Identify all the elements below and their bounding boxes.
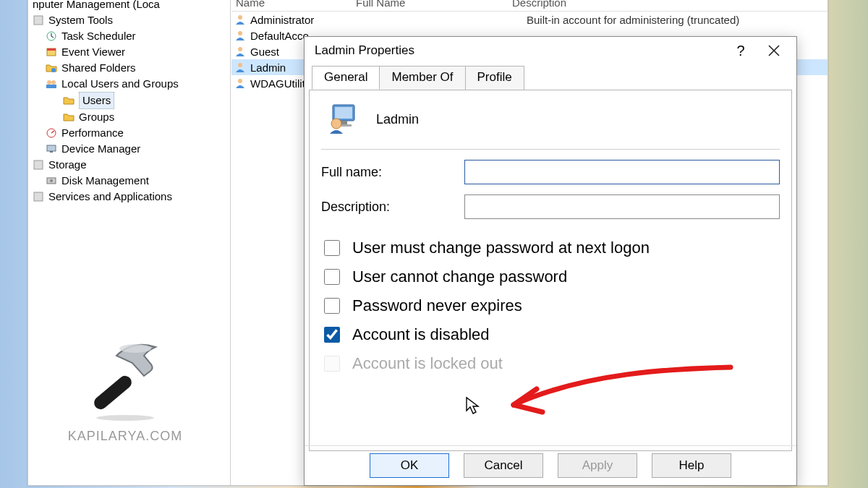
checkbox-never-expires[interactable]: Password never expires: [321, 296, 780, 316]
tree-item-label: Shared Folders: [61, 60, 136, 76]
svg-point-18: [238, 63, 242, 67]
dialog-username: Ladmin: [376, 112, 419, 127]
col-fullname[interactable]: Full Name: [352, 0, 508, 9]
svg-point-16: [238, 31, 242, 35]
device-icon: [46, 143, 57, 155]
dialog-tabs: General Member Of Profile: [305, 64, 796, 90]
col-name[interactable]: Name: [231, 0, 352, 9]
tree-item-label: Disk Management: [61, 173, 149, 189]
tree-item-label: Services and Applications: [48, 189, 172, 205]
svg-point-6: [51, 80, 56, 85]
tree-item-label: Groups: [79, 109, 114, 125]
folder-icon: [63, 95, 75, 106]
tree-item-system-tools[interactable]: System Tools: [33, 12, 230, 28]
user-icon: [234, 61, 246, 73]
checkbox-account-locked: Account is locked out: [321, 354, 780, 374]
svg-point-17: [238, 47, 242, 51]
tree-item-label: Task Scheduler: [61, 28, 136, 44]
column-headers[interactable]: Name Full Name Description: [231, 0, 827, 12]
disk-icon: [46, 175, 57, 187]
tree-item-services-and-applications[interactable]: Services and Applications: [33, 189, 230, 205]
clock-icon: [46, 30, 57, 42]
dialog-button-row: OK Cancel Apply Help: [305, 445, 796, 482]
checkbox-cannot-change[interactable]: User cannot change password: [321, 267, 780, 287]
users-group-icon: [46, 78, 57, 90]
tree-item-label: Storage: [48, 157, 87, 173]
fullname-label: Full name:: [321, 165, 464, 180]
tree-item-performance[interactable]: Performance: [33, 125, 230, 141]
tab-member-of[interactable]: Member Of: [379, 66, 465, 90]
apply-button[interactable]: Apply: [558, 453, 637, 478]
svg-rect-21: [335, 107, 352, 119]
checkbox-account-locked-input: [324, 356, 340, 372]
wrench-icon: [33, 14, 44, 26]
services-icon: [33, 191, 44, 202]
watermark: KAPILARYA.COM: [53, 334, 197, 444]
user-icon: [234, 46, 246, 57]
tree-item-label: System Tools: [48, 12, 113, 28]
storage-icon: [33, 159, 44, 171]
hammer-icon: [82, 334, 169, 421]
tree-item-local-users-and-groups[interactable]: Local Users and Groups: [33, 76, 230, 92]
description-label: Description:: [321, 200, 464, 215]
checkbox-must-change-input[interactable]: [324, 240, 340, 256]
tree-item-event-viewer[interactable]: Event Viewer: [33, 44, 230, 60]
tree-item-label: Device Manager: [61, 141, 140, 157]
folder-icon: [63, 111, 75, 123]
svg-point-15: [238, 15, 242, 20]
tree-item-device-manager[interactable]: Device Manager: [33, 141, 230, 157]
tree-root[interactable]: nputer Management (Loca: [33, 0, 230, 12]
perf-icon: [46, 127, 57, 139]
fullname-input[interactable]: [464, 160, 780, 184]
properties-dialog: Ladmin Properties ? General Member Of Pr…: [304, 36, 797, 486]
svg-rect-9: [47, 145, 56, 151]
ok-button[interactable]: OK: [370, 453, 449, 478]
tree-item-users[interactable]: Users: [33, 92, 230, 109]
dialog-titlebar[interactable]: Ladmin Properties ?: [305, 37, 796, 64]
svg-point-25: [119, 344, 151, 353]
event-icon: [46, 46, 57, 58]
col-description[interactable]: Description: [508, 0, 827, 9]
checkbox-account-disabled-input[interactable]: [324, 327, 340, 343]
tree-item-storage[interactable]: Storage: [33, 157, 230, 173]
tab-body-general: Ladmin Full name: Description: User must…: [309, 90, 792, 451]
tree-item-label: Users: [79, 92, 114, 109]
tab-general[interactable]: General: [312, 66, 380, 90]
checkbox-must-change[interactable]: User must change password at next logon: [321, 238, 780, 258]
tree-item-label: Local Users and Groups: [61, 76, 179, 92]
svg-rect-0: [34, 16, 43, 25]
help-icon[interactable]: ?: [724, 39, 757, 62]
description-input[interactable]: [464, 194, 780, 219]
svg-point-13: [50, 179, 53, 182]
tree-item-shared-folders[interactable]: Shared Folders: [33, 60, 230, 76]
svg-point-24: [331, 119, 341, 129]
user-icon: [234, 14, 246, 25]
close-icon[interactable]: [757, 39, 791, 62]
checkbox-never-expires-input[interactable]: [324, 298, 340, 314]
user-icon: [234, 77, 246, 89]
dialog-title: Ladmin Properties: [315, 43, 724, 58]
svg-rect-26: [91, 373, 134, 412]
svg-rect-3: [47, 48, 56, 51]
svg-rect-11: [34, 160, 43, 169]
svg-point-19: [238, 79, 242, 83]
folder-share-icon: [46, 62, 57, 74]
tree-item-label: Performance: [61, 125, 124, 141]
cancel-button[interactable]: Cancel: [464, 453, 543, 478]
checkbox-cannot-change-input[interactable]: [324, 269, 340, 285]
tree-item-groups[interactable]: Groups: [33, 109, 230, 125]
tree-item-task-scheduler[interactable]: Task Scheduler: [33, 28, 230, 44]
tree-item-disk-management[interactable]: Disk Management: [33, 173, 230, 189]
svg-point-4: [51, 68, 56, 72]
tree-item-label: Event Viewer: [61, 44, 125, 60]
svg-point-27: [96, 415, 154, 421]
user-icon: [234, 30, 246, 41]
tab-profile[interactable]: Profile: [465, 66, 524, 90]
user-name-cell: Administrator: [250, 14, 366, 26]
user-description-cell: Built-in account for administering (trun…: [527, 14, 827, 26]
svg-rect-7: [46, 85, 56, 88]
user-row-administrator[interactable]: AdministratorBuilt-in account for admini…: [231, 12, 827, 27]
checkbox-account-disabled[interactable]: Account is disabled: [321, 325, 780, 345]
svg-rect-14: [34, 192, 43, 201]
help-button[interactable]: Help: [652, 453, 731, 478]
